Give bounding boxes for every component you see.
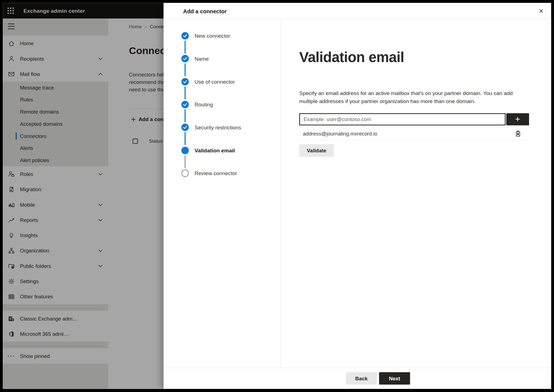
validate-button[interactable]: Validate bbox=[299, 144, 334, 157]
panel-header: Add a connector × bbox=[164, 3, 551, 19]
close-icon[interactable]: × bbox=[536, 6, 546, 16]
step-circle-icon bbox=[181, 169, 189, 177]
step-heading: Validation email bbox=[299, 49, 404, 65]
step-check-icon bbox=[181, 55, 189, 62]
wizard-step-name[interactable]: Name bbox=[164, 47, 280, 70]
delete-address-icon[interactable] bbox=[514, 130, 522, 137]
add-email-button[interactable]: + bbox=[506, 113, 529, 125]
step-check-icon bbox=[181, 123, 189, 131]
app-screen: Exchange admin center Home Recipients Ma… bbox=[3, 3, 551, 389]
step-current-icon bbox=[181, 147, 189, 154]
step-check-icon bbox=[181, 101, 189, 108]
screenshot-stage: Exchange admin center Home Recipients Ma… bbox=[0, 0, 554, 392]
wizard-step-validation-email[interactable]: Validation email bbox=[164, 139, 280, 162]
step-check-icon bbox=[181, 78, 189, 85]
wizard-step-routing[interactable]: Routing bbox=[164, 93, 280, 116]
wizard-step-security-restrictions[interactable]: Security restrictions bbox=[164, 116, 280, 139]
step-check-icon bbox=[181, 32, 189, 39]
step-content-pane: Validation email Specify an email addres… bbox=[281, 20, 551, 368]
back-button[interactable]: Back bbox=[346, 372, 377, 385]
email-address-row: address@journaling.mxrecord.io bbox=[299, 127, 529, 140]
validation-email-input[interactable] bbox=[299, 113, 506, 125]
wizard-step-review-connector[interactable]: Review connector bbox=[164, 162, 280, 185]
wizard-step-use-of-connector[interactable]: Use of connector bbox=[164, 70, 280, 93]
wizard-step-new-connector[interactable]: New connector bbox=[164, 24, 280, 47]
add-connector-panel: Add a connector × New connector Name bbox=[164, 3, 551, 389]
panel-title: Add a connector bbox=[183, 3, 227, 19]
step-description: Specify an email address for an active m… bbox=[299, 89, 513, 105]
email-address-value: address@journaling.mxrecord.io bbox=[303, 130, 377, 136]
next-button[interactable]: Next bbox=[379, 372, 410, 385]
panel-footer: Back Next bbox=[164, 368, 551, 389]
wizard-steps-rail: New connector Name Use of connector Rout… bbox=[164, 20, 281, 368]
